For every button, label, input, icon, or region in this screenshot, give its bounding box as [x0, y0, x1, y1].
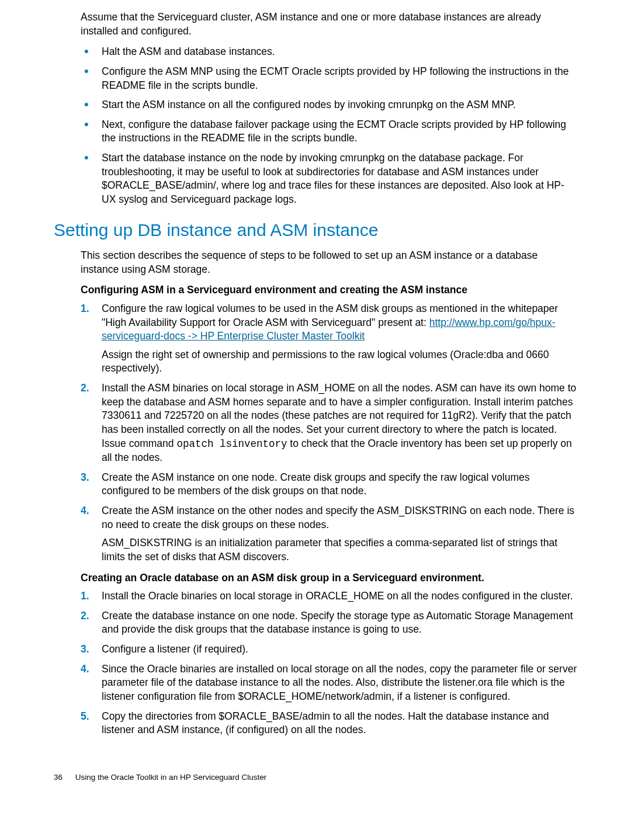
intro-paragraph: Assume that the Serviceguard cluster, AS… [81, 11, 577, 38]
inline-code: opatch lsinventory [176, 438, 287, 450]
list-item: 3. Configure a listener (if required). [81, 643, 577, 657]
step-number: 2. [81, 609, 89, 623]
step-number: 4. [81, 662, 89, 676]
list-item: 1. Configure the raw logical volumes to … [81, 302, 577, 376]
step-text: Configure a listener (if required). [102, 643, 248, 655]
list-item: 3. Create the ASM instance on one node. … [81, 471, 577, 498]
section-intro: This section describes the sequence of s… [81, 249, 577, 276]
list-item: Halt the ASM and database instances. [81, 45, 577, 59]
bullet-text: Start the ASM instance on all the config… [102, 99, 516, 110]
list-item: 2. Install the ASM binaries on local sto… [81, 381, 577, 465]
step-number: 5. [81, 710, 89, 724]
page-number: 36 [54, 772, 63, 783]
step-number: 3. [81, 643, 89, 657]
step-text: Create the database instance on one node… [102, 610, 573, 636]
list-item: 5. Copy the directories from $ORACLE_BAS… [81, 710, 577, 737]
step-number: 3. [81, 471, 89, 485]
section-heading: Setting up DB instance and ASM instance [54, 218, 577, 242]
bullet-text: Configure the ASM MNP using the ECMT Ora… [102, 65, 569, 91]
list-item: 4. Since the Oracle binaries are install… [81, 662, 577, 704]
step-subtext: ASM_DISKSTRING is an initialization para… [102, 536, 577, 564]
numbered-list-1: 1. Configure the raw logical volumes to … [81, 302, 577, 564]
subsection-heading: Configuring ASM in a Serviceguard enviro… [81, 283, 577, 297]
step-text: Copy the directories from $ORACLE_BASE/a… [102, 710, 549, 736]
step-text: Create the ASM instance on one node. Cre… [102, 471, 530, 497]
bullet-list: Halt the ASM and database instances. Con… [81, 45, 577, 206]
step-text: Install the Oracle binaries on local sto… [102, 590, 573, 602]
step-text: Since the Oracle binaries are installed … [102, 663, 577, 702]
subsection-heading: Creating an Oracle database on an ASM di… [81, 571, 577, 585]
step-number: 4. [81, 504, 89, 518]
page-footer: 36 Using the Oracle Toolkit in an HP Ser… [54, 772, 577, 783]
step-number: 2. [81, 381, 89, 395]
step-text: Create the ASM instance on the other nod… [102, 505, 574, 530]
list-item: Configure the ASM MNP using the ECMT Ora… [81, 65, 577, 92]
page-container: Assume that the Serviceguard cluster, AS… [0, 0, 631, 800]
numbered-list-2: 1. Install the Oracle binaries on local … [81, 589, 577, 737]
step-number: 1. [81, 302, 89, 316]
footer-title: Using the Oracle Toolkit in an HP Servic… [75, 773, 266, 782]
bullet-text: Next, configure the database failover pa… [102, 119, 566, 144]
bullet-text: Halt the ASM and database instances. [102, 46, 275, 57]
list-item: 2. Create the database instance on one n… [81, 609, 577, 637]
list-item: Start the ASM instance on all the config… [81, 98, 577, 112]
list-item: Start the database instance on the node … [81, 151, 577, 207]
list-item: Next, configure the database failover pa… [81, 118, 577, 145]
body-block: Assume that the Serviceguard cluster, AS… [81, 11, 577, 737]
list-item: 4. Create the ASM instance on the other … [81, 504, 577, 564]
bullet-text: Start the database instance on the node … [102, 152, 564, 205]
list-item: 1. Install the Oracle binaries on local … [81, 589, 577, 603]
step-number: 1. [81, 589, 89, 603]
step-subtext: Assign the right set of ownership and pe… [102, 348, 577, 376]
